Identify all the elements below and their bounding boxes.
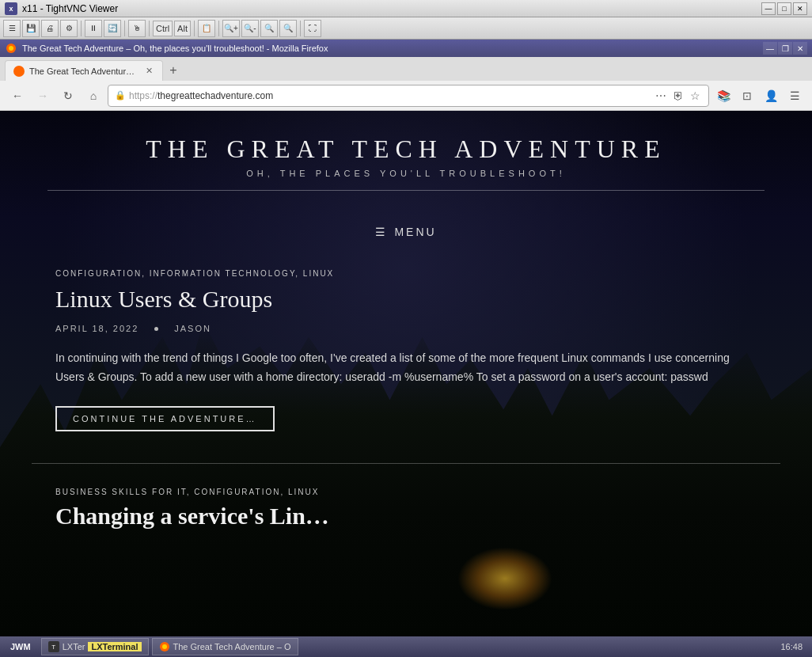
post-title[interactable]: Linux Users & Groups — [55, 286, 757, 313]
site-nav: ☰ MENU — [0, 218, 812, 245]
tab-favicon — [13, 66, 25, 77]
vnc-tb-zoom-out[interactable]: 🔍- — [241, 20, 259, 37]
taskbar-clock: 16:48 — [774, 642, 809, 651]
vnc-titlebar: x x11 - TightVNC Viewer — □ ✕ — [0, 0, 812, 17]
account-icon[interactable]: 👤 — [760, 85, 782, 107]
post-article-1: CONFIGURATION, INFORMATION TECHNOLOGY, L… — [0, 245, 812, 447]
firefox-titlebar: The Great Tech Adventure – Oh, the place… — [0, 40, 812, 57]
home-button[interactable]: ⌂ — [82, 85, 104, 107]
website-content: THE GREAT TECH ADVENTURE OH, THE PLACES … — [0, 111, 812, 636]
new-tab-button[interactable]: + — [163, 60, 184, 81]
vnc-tb-fullscreen[interactable]: ⛶ — [304, 20, 321, 37]
firefox-window-title: The Great Tech Adventure – Oh, the place… — [22, 44, 763, 53]
address-bar[interactable]: 🔒 https://thegreattechadventure.com ⋯ ⛨ … — [108, 85, 709, 107]
vnc-tb-alt-label[interactable]: Alt — [174, 21, 191, 36]
post2-title[interactable]: Changing a service's Lin… — [0, 503, 812, 530]
vnc-window-controls: — □ ✕ — [761, 2, 807, 15]
tab-label: The Great Tech Adventure… — [29, 66, 139, 76]
vnc-tb-zoom-in[interactable]: 🔍+ — [222, 20, 240, 37]
vnc-title: x11 - TightVNC Viewer — [22, 3, 761, 14]
post-author: JASON — [174, 324, 211, 333]
bookmark-star-icon[interactable]: ☆ — [689, 88, 702, 104]
lxterm-highlight-label: LXTerminal — [88, 642, 141, 651]
firefox-window: The Great Tech Adventure – Oh, the place… — [0, 40, 812, 636]
taskbar-lxterm-item[interactable]: T LXTerLXTerminal — [41, 638, 149, 655]
vnc-tb-sep3 — [149, 21, 150, 36]
vnc-tb-sep2 — [124, 21, 125, 36]
vnc-tb-menu[interactable]: ☰ — [3, 20, 21, 37]
meta-separator — [154, 327, 158, 331]
vnc-tb-sep5 — [218, 21, 219, 36]
synced-tabs-icon[interactable]: ⊡ — [736, 85, 758, 107]
svg-point-3 — [162, 644, 167, 649]
taskbar-firefox-item[interactable]: The Great Tech Adventure – O — [152, 638, 298, 655]
library-icon[interactable]: 📚 — [712, 85, 734, 107]
vnc-toolbar: ☰ 💾 🖨 ⚙ ⏸ 🔄 🖱 Ctrl Alt 📋 🔍+ 🔍- 🔍 🔍 ⛶ — [0, 17, 812, 40]
vnc-tb-save[interactable]: 💾 — [22, 20, 40, 37]
post2-categories: BUSINESS SKILLS FOR IT, CONFIGURATION, L… — [0, 480, 812, 503]
vnc-tb-print[interactable]: 🖨 — [41, 20, 59, 37]
nav-right-icons: 📚 ⊡ 👤 ☰ — [712, 85, 806, 107]
vnc-tb-zoom-custom[interactable]: 🔍 — [279, 20, 297, 37]
lxterm-label-static: LXTer — [63, 642, 85, 651]
firefox-taskbar-label: The Great Tech Adventure – O — [173, 642, 291, 651]
reader-mode-icon[interactable]: ⋯ — [654, 88, 668, 104]
vnc-tb-sep1 — [81, 21, 82, 36]
post-date: APRIL 18, 2022 — [55, 324, 138, 333]
jwm-menu-button[interactable]: JWM — [3, 638, 38, 655]
vnc-tb-mouse[interactable]: 🖱 — [128, 20, 146, 37]
firefox-tab-active[interactable]: The Great Tech Adventure… ✕ — [5, 60, 163, 81]
site-header: THE GREAT TECH ADVENTURE OH, THE PLACES … — [0, 111, 812, 218]
post-meta: APRIL 18, 2022 JASON — [55, 324, 757, 333]
forward-button[interactable]: → — [32, 85, 54, 107]
vnc-tb-settings[interactable]: ⚙ — [60, 20, 78, 37]
vnc-tb-zoom-fit[interactable]: 🔍 — [260, 20, 278, 37]
firefox-navbar: ← → ↻ ⌂ 🔒 https://thegreattechadventure.… — [0, 81, 812, 111]
reload-button[interactable]: ↻ — [57, 85, 79, 107]
url-protocol: https:// — [129, 90, 157, 101]
taskbar: JWM T LXTerLXTerminal The Great Tech Adv… — [0, 636, 812, 657]
hamburger-menu-icon[interactable]: ☰ — [784, 85, 806, 107]
continue-adventure-button[interactable]: CONTINUE THE ADVENTURE… — [55, 406, 275, 431]
firefox-minimize-button[interactable]: — — [763, 42, 777, 55]
firefox-window-controls: — ❐ ✕ — [763, 42, 807, 55]
post-excerpt: In continuing with the trend of things I… — [55, 349, 757, 387]
vnc-tb-pause[interactable]: ⏸ — [85, 20, 102, 37]
site-title: THE GREAT TECH ADVENTURE — [16, 135, 796, 164]
security-lock-icon: 🔒 — [115, 90, 126, 101]
url-domain: thegreattechadventure.com — [157, 90, 273, 101]
tab-close-button[interactable]: ✕ — [144, 64, 154, 78]
firefox-tabbar: The Great Tech Adventure… ✕ + — [0, 57, 812, 81]
vnc-minimize-button[interactable]: — — [761, 2, 776, 15]
pocket-icon[interactable]: ⛨ — [671, 88, 685, 104]
vnc-tb-refresh[interactable]: 🔄 — [104, 20, 121, 37]
menu-button[interactable]: ☰ MENU — [375, 226, 436, 238]
site-subtitle: OH, THE PLACES YOU'LL TROUBLESHOOT! — [16, 169, 796, 178]
header-divider — [47, 190, 765, 191]
vnc-app-icon: x — [5, 2, 17, 15]
tent-glow — [457, 547, 552, 610]
post-divider — [32, 463, 780, 464]
vnc-tb-clipboard[interactable]: 📋 — [198, 20, 215, 37]
address-bar-icons: ⋯ ⛨ ☆ — [654, 88, 702, 104]
vnc-tb-sep6 — [300, 21, 301, 36]
firefox-taskbar-icon — [159, 641, 170, 652]
firefox-close-button[interactable]: ✕ — [793, 42, 807, 55]
back-button[interactable]: ← — [6, 85, 28, 107]
vnc-maximize-button[interactable]: □ — [777, 2, 791, 15]
lxterm-taskbar-icon: T — [48, 641, 59, 652]
vnc-close-button[interactable]: ✕ — [793, 2, 807, 15]
firefox-restore-button[interactable]: ❐ — [778, 42, 792, 55]
vnc-tb-sep4 — [194, 21, 195, 36]
post-categories: CONFIGURATION, INFORMATION TECHNOLOGY, L… — [55, 269, 757, 278]
svg-point-1 — [9, 46, 13, 51]
hamburger-icon: ☰ — [375, 226, 388, 238]
url-display[interactable]: https://thegreattechadventure.com — [129, 90, 651, 101]
firefox-app-icon — [5, 42, 17, 55]
menu-label: MENU — [394, 226, 436, 238]
vnc-tb-ctrl-label[interactable]: Ctrl — [153, 21, 173, 36]
